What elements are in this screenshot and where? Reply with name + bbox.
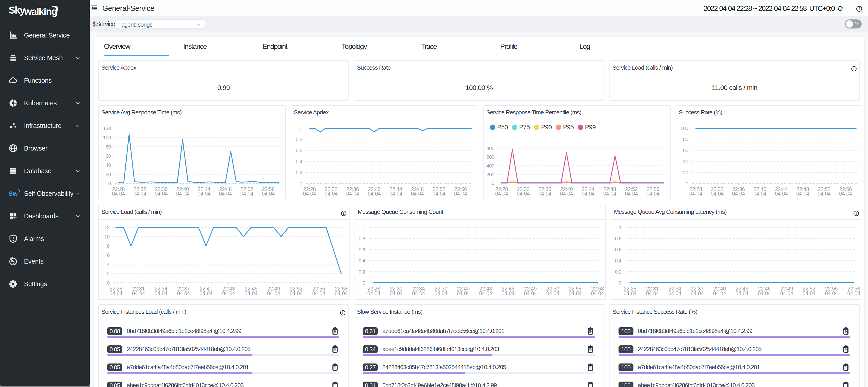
svg-text:60: 60 bbox=[683, 147, 688, 153]
svg-text:200: 200 bbox=[487, 172, 494, 177]
svg-text:0.4: 0.4 bbox=[359, 258, 365, 263]
svg-text:04-04: 04-04 bbox=[433, 190, 445, 197]
svg-text:04-04: 04-04 bbox=[457, 290, 470, 296]
svg-text:04-04: 04-04 bbox=[245, 290, 258, 296]
svg-text:04-04: 04-04 bbox=[775, 190, 788, 197]
svg-text:04-04: 04-04 bbox=[390, 290, 403, 296]
svg-text:04-04: 04-04 bbox=[411, 190, 424, 197]
svg-text:04-04: 04-04 bbox=[691, 290, 704, 296]
svg-text:10: 10 bbox=[104, 234, 110, 239]
svg-text:04-04: 04-04 bbox=[312, 290, 325, 296]
svg-text:04-04: 04-04 bbox=[524, 290, 537, 296]
svg-text:04-04: 04-04 bbox=[517, 190, 530, 197]
svg-text:0: 0 bbox=[300, 181, 302, 186]
svg-text:04-04: 04-04 bbox=[367, 290, 380, 296]
svg-text:04-04: 04-04 bbox=[713, 290, 726, 296]
svg-text:04-04: 04-04 bbox=[839, 190, 852, 197]
svg-text:04-04: 04-04 bbox=[847, 290, 860, 296]
svg-text:04-04: 04-04 bbox=[582, 190, 594, 197]
svg-text:04-04: 04-04 bbox=[241, 190, 253, 197]
svg-text:0.8: 0.8 bbox=[296, 136, 302, 142]
svg-text:04-04: 04-04 bbox=[454, 190, 467, 197]
svg-text:04-04: 04-04 bbox=[689, 190, 702, 197]
svg-text:1: 1 bbox=[300, 125, 302, 131]
svg-text:1: 1 bbox=[363, 224, 365, 230]
svg-text:04-04: 04-04 bbox=[303, 190, 316, 197]
svg-text:80: 80 bbox=[683, 136, 688, 142]
svg-text:04-04: 04-04 bbox=[625, 190, 638, 197]
svg-text:04-04: 04-04 bbox=[825, 290, 838, 296]
svg-text:04-04: 04-04 bbox=[753, 190, 766, 197]
svg-text:100: 100 bbox=[103, 135, 111, 140]
svg-text:20: 20 bbox=[683, 170, 688, 175]
svg-text:4: 4 bbox=[107, 261, 110, 267]
svg-text:P50: P50 bbox=[497, 124, 508, 131]
svg-text:04-04: 04-04 bbox=[198, 190, 211, 197]
svg-text:04-04: 04-04 bbox=[736, 290, 748, 296]
svg-text:0: 0 bbox=[685, 181, 688, 186]
svg-text:P99: P99 bbox=[585, 124, 596, 131]
svg-text:04-04: 04-04 bbox=[479, 290, 492, 296]
svg-text:0: 0 bbox=[108, 181, 111, 186]
svg-text:0.4: 0.4 bbox=[615, 258, 621, 263]
svg-text:P90: P90 bbox=[541, 124, 552, 131]
svg-text:04-04: 04-04 bbox=[501, 290, 515, 296]
svg-text:40: 40 bbox=[106, 162, 111, 168]
svg-text:04-04: 04-04 bbox=[112, 190, 125, 197]
svg-text:600: 600 bbox=[487, 154, 494, 160]
svg-text:04-04: 04-04 bbox=[646, 290, 659, 296]
svg-text:04-04: 04-04 bbox=[647, 190, 659, 197]
svg-text:04-04: 04-04 bbox=[818, 190, 831, 197]
svg-text:P75: P75 bbox=[519, 124, 530, 131]
svg-text:8: 8 bbox=[107, 243, 110, 249]
svg-text:04-04: 04-04 bbox=[222, 290, 235, 296]
svg-text:04-04: 04-04 bbox=[796, 190, 809, 197]
svg-text:2: 2 bbox=[107, 271, 110, 276]
svg-text:04-04: 04-04 bbox=[624, 290, 637, 296]
svg-text:04-04: 04-04 bbox=[538, 190, 551, 197]
svg-text:04-04: 04-04 bbox=[219, 190, 232, 197]
svg-text:0: 0 bbox=[363, 280, 365, 285]
svg-text:0.4: 0.4 bbox=[296, 159, 302, 164]
svg-text:04-04: 04-04 bbox=[495, 190, 508, 197]
svg-text:04-04: 04-04 bbox=[200, 290, 213, 296]
svg-text:P95: P95 bbox=[563, 124, 574, 131]
svg-text:0: 0 bbox=[107, 280, 110, 285]
svg-text:04-04: 04-04 bbox=[732, 190, 745, 197]
svg-text:04-04: 04-04 bbox=[335, 290, 348, 296]
svg-text:80: 80 bbox=[106, 144, 111, 149]
svg-text:04-04: 04-04 bbox=[668, 290, 681, 296]
svg-text:04-04: 04-04 bbox=[569, 290, 582, 296]
svg-text:0.6: 0.6 bbox=[359, 247, 365, 252]
svg-text:04-04: 04-04 bbox=[155, 190, 168, 197]
svg-text:0: 0 bbox=[619, 280, 621, 285]
svg-text:40: 40 bbox=[683, 159, 688, 164]
svg-text:04-04: 04-04 bbox=[155, 290, 167, 296]
svg-text:0.2: 0.2 bbox=[359, 269, 365, 274]
svg-text:800: 800 bbox=[487, 145, 494, 151]
svg-text:0: 0 bbox=[492, 180, 494, 186]
svg-text:0.8: 0.8 bbox=[615, 236, 621, 241]
svg-text:60: 60 bbox=[106, 153, 111, 159]
svg-text:6: 6 bbox=[107, 252, 110, 258]
svg-text:0.6: 0.6 bbox=[615, 247, 621, 252]
svg-text:0.2: 0.2 bbox=[615, 269, 621, 274]
svg-text:04-04: 04-04 bbox=[758, 290, 771, 296]
svg-text:04-04: 04-04 bbox=[412, 290, 425, 296]
svg-text:04-04: 04-04 bbox=[546, 290, 559, 296]
svg-text:12: 12 bbox=[104, 224, 110, 230]
svg-text:120: 120 bbox=[103, 125, 111, 131]
svg-text:04-04: 04-04 bbox=[803, 290, 815, 296]
svg-text:20: 20 bbox=[106, 171, 111, 177]
svg-text:04-04: 04-04 bbox=[324, 190, 338, 197]
svg-text:0.2: 0.2 bbox=[296, 170, 302, 175]
svg-text:04-04: 04-04 bbox=[434, 290, 447, 296]
svg-text:04-04: 04-04 bbox=[368, 190, 381, 197]
svg-text:04-04: 04-04 bbox=[177, 290, 190, 296]
svg-text:0.8: 0.8 bbox=[359, 236, 365, 241]
svg-text:04-04: 04-04 bbox=[267, 290, 280, 296]
svg-text:04-04: 04-04 bbox=[133, 190, 146, 197]
svg-text:04-04: 04-04 bbox=[390, 190, 402, 197]
svg-text:100: 100 bbox=[680, 125, 688, 131]
svg-text:04-04: 04-04 bbox=[290, 290, 303, 296]
